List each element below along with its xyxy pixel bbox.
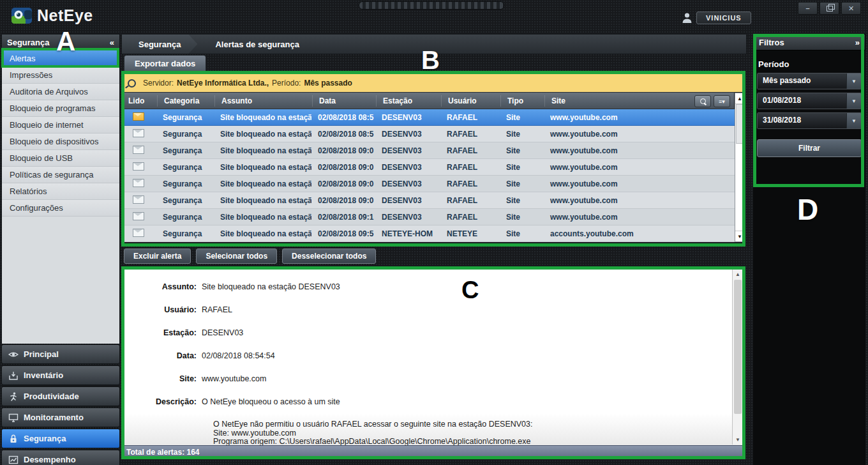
sidebar-item[interactable]: Políticas de segurança <box>2 167 119 183</box>
sidebar-item-label: Bloqueio de dispositivos <box>10 137 98 146</box>
filter-dropdown[interactable]: Mês passado ▼ <box>757 73 862 89</box>
section-label: Monitoramento <box>24 413 84 422</box>
sidebar-section-desempenho[interactable]: Desempenho <box>1 450 120 465</box>
section-label: Principal <box>24 349 59 359</box>
table-row[interactable]: Segurança Site bloqueado na estaçã 02/08… <box>121 225 735 242</box>
detail-field-label: Assunto: <box>121 282 197 291</box>
chevron-down-icon[interactable]: ▼ <box>846 113 861 128</box>
restore-window-icon <box>827 6 833 11</box>
sidebar-item[interactable]: Auditoria de Arquivos <box>2 84 119 100</box>
action-button[interactable]: Desselecionar todos <box>282 248 376 264</box>
sidebar-section-principal[interactable]: Principal <box>1 344 120 364</box>
lock-icon <box>8 434 19 444</box>
breadcrumb: Segurança Alertas de segurança <box>121 34 747 54</box>
table-scrollbar[interactable]: ▲ ▼ <box>735 93 745 242</box>
scroll-up-icon[interactable]: ▲ <box>733 269 743 279</box>
column-header-tipo[interactable]: Tipo <box>500 95 544 107</box>
scroll-down-icon[interactable]: ▼ <box>733 434 743 445</box>
sidebar-section-monitoramento[interactable]: Monitoramento <box>1 408 120 427</box>
cell-estacao: DESENV03 <box>375 113 440 122</box>
breadcrumb-alertas: Alertas de segurança <box>197 40 299 49</box>
envelope-icon <box>133 146 144 154</box>
scrollbar-thumb[interactable] <box>736 104 744 144</box>
detail-scrollbar[interactable]: ▲ ▼ <box>732 269 743 445</box>
section-label: Produtividade <box>24 392 79 401</box>
search-icon <box>700 98 706 104</box>
sidebar-item[interactable]: Relatórios <box>2 183 119 200</box>
sidebar-title: Segurança <box>7 38 49 47</box>
sidebar-item[interactable]: Impressões <box>2 67 119 84</box>
cell-usuario: RAFAEL <box>440 179 500 188</box>
cell-assunto: Site bloqueado na estaçã <box>214 179 311 188</box>
cell-data: 02/08/2018 09:0 <box>311 146 375 155</box>
expand-icon[interactable]: » <box>855 38 860 47</box>
sidebar-item[interactable]: Alertas <box>2 50 119 67</box>
sidebar-item[interactable]: Bloqueio de programas <box>2 100 119 117</box>
filter-dropdown[interactable]: 01/08/2018 ▼ <box>757 93 862 109</box>
column-header-assunto[interactable]: Assunto <box>214 95 312 107</box>
section-label: Desempenho <box>24 455 76 464</box>
filter-summary-bar: Servidor: NetEye Informática Ltda., Perí… <box>121 73 745 92</box>
export-data-button[interactable]: Exportar dados <box>124 55 206 72</box>
close-button[interactable]: ✕ <box>841 2 861 15</box>
cell-categoria: Segurança <box>156 113 214 122</box>
envelope-icon <box>133 195 144 204</box>
period-label: Período <box>758 59 865 69</box>
sidebar-item[interactable]: Configurações <box>2 200 119 217</box>
table-row[interactable]: Segurança Site bloqueado na estaçã 02/08… <box>121 176 735 192</box>
sidebar-section-produtividade[interactable]: Produtividade <box>1 386 120 406</box>
filter-dropdown[interactable]: 31/08/2018 ▼ <box>757 112 862 129</box>
cell-estacao: DESENV03 <box>375 196 440 205</box>
minimize-button[interactable]: – <box>798 2 818 15</box>
sidebar-section-inventario[interactable]: Inventário <box>1 365 120 385</box>
envelope-icon <box>133 162 144 171</box>
user-button[interactable]: VINICIUS <box>696 11 751 24</box>
dropdown-value: 31/08/2018 <box>758 113 846 128</box>
column-header-lido[interactable]: Lido <box>122 95 157 107</box>
cell-categoria: Segurança <box>156 163 214 172</box>
table-row[interactable]: Segurança Site bloqueado na estaçã 02/08… <box>121 142 735 159</box>
cell-data: 02/08/2018 09:0 <box>311 163 375 172</box>
cell-estacao: DESENV03 <box>375 130 440 139</box>
cell-tipo: Site <box>500 196 544 205</box>
column-header-usuario[interactable]: Usuário <box>441 95 500 107</box>
cell-assunto: Site bloqueado na estaçã <box>214 113 311 122</box>
column-header-data[interactable]: Data <box>312 95 376 107</box>
table-row[interactable]: Segurança Site bloqueado na estaçã 02/08… <box>121 209 735 225</box>
scroll-down-icon[interactable]: ▼ <box>735 231 744 241</box>
table-search-button[interactable] <box>694 95 711 107</box>
chevron-down-icon[interactable]: ▼ <box>846 73 861 89</box>
action-button[interactable]: Selecionar todos <box>196 248 277 264</box>
scrollbar-thumb[interactable] <box>734 280 742 414</box>
sidebar-item[interactable]: Bloqueio de dispositivos <box>2 133 119 150</box>
detail-field-label: Descrição: <box>121 397 197 406</box>
sidebar-item[interactable]: Bloqueio de internet <box>2 117 119 133</box>
cell-estacao: DESENV03 <box>375 179 440 188</box>
period-value: Mês passado <box>304 79 352 88</box>
column-header-estacao[interactable]: Estação <box>376 95 441 107</box>
app-logo: NetEye <box>11 6 93 25</box>
breadcrumb-seguranca[interactable]: Segurança <box>122 34 197 54</box>
table-row[interactable]: Segurança Site bloqueado na estaçã 02/08… <box>121 109 735 126</box>
sidebar-item-label: Auditoria de Arquivos <box>10 87 88 96</box>
filter-apply-button[interactable]: Filtrar <box>757 139 862 157</box>
action-button[interactable]: Excluir alerta <box>124 248 191 264</box>
sidebar-section-seguranca[interactable]: Segurança <box>1 429 120 448</box>
table-row[interactable]: Segurança Site bloqueado na estaçã 02/08… <box>121 126 735 142</box>
envelope-icon <box>133 212 144 220</box>
table-row[interactable]: Segurança Site bloqueado na estaçã 02/08… <box>121 192 735 209</box>
table-columns-menu-button[interactable]: ≡▾ <box>714 95 730 107</box>
chevron-down-icon[interactable]: ▼ <box>846 93 861 109</box>
column-header-categoria[interactable]: Categoria <box>157 95 214 107</box>
cell-site: www.youtube.com <box>544 113 735 122</box>
scroll-up-icon[interactable]: ▲ <box>735 93 744 104</box>
sidebar-header: Segurança « <box>1 34 120 50</box>
sidebar-item[interactable]: Bloqueio de USB <box>2 150 119 167</box>
detail-field-value: 02/08/2018 08:54:54 <box>202 351 275 360</box>
server-value: NetEye Informática Ltda., <box>177 79 269 88</box>
table-row[interactable]: Segurança Site bloqueado na estaçã 02/08… <box>121 159 735 176</box>
collapse-icon[interactable]: « <box>110 38 114 47</box>
cell-assunto: Site bloqueado na estaçã <box>214 146 311 155</box>
cell-assunto: Site bloqueado na estaçã <box>214 163 311 172</box>
restore-button[interactable] <box>819 2 839 15</box>
